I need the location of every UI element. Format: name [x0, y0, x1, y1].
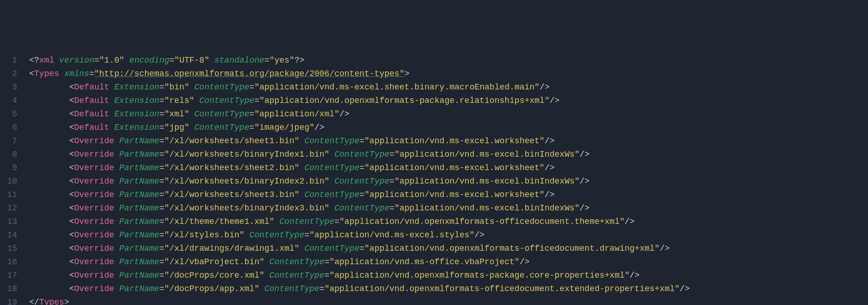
tag-name-override: Override — [74, 163, 114, 172]
line-number: 10 — [0, 175, 17, 188]
code-editor: 12345678910111213141516171819 <?xml vers… — [0, 54, 868, 305]
self-close: /> — [340, 109, 350, 119]
attr-name: PartName — [119, 150, 159, 159]
attr-name: PartName — [119, 136, 159, 146]
attr-name: xmlns — [64, 69, 89, 78]
tag-name-override: Override — [74, 244, 114, 253]
attr-value: "/docProps/app.xml" — [164, 284, 259, 293]
tag-name-override: Override — [74, 257, 114, 267]
attr-name: PartName — [119, 230, 159, 240]
attr-name: ContentType — [304, 136, 359, 146]
xml-pi-open: <? — [29, 56, 39, 65]
attr-name: ContentType — [334, 177, 390, 186]
code-line: <Override PartName="/docProps/core.xml" … — [29, 269, 868, 282]
attr-value: "application/vnd.openxmlformats-officedo… — [340, 217, 625, 226]
attr-name: Extension — [114, 83, 159, 92]
self-close: /> — [474, 230, 484, 240]
attr-name: ContentType — [304, 190, 359, 199]
tag-name-override: Override — [74, 203, 114, 213]
code-line: <Override PartName="/xl/worksheets/binar… — [29, 148, 868, 161]
attr-value: "application/vnd.openxmlformats-package.… — [259, 96, 550, 105]
line-number: 8 — [0, 148, 17, 161]
attr-name: PartName — [119, 177, 159, 186]
attr-name: ContentType — [249, 230, 304, 240]
line-number: 2 — [0, 67, 17, 81]
attr-value: "xml" — [164, 109, 189, 119]
code-line: </Types> — [29, 296, 868, 305]
line-number-gutter: 12345678910111213141516171819 — [0, 54, 25, 305]
attr-name: PartName — [119, 217, 159, 226]
line-number: 18 — [0, 282, 17, 296]
tag-name-default: Default — [74, 96, 109, 105]
line-number: 7 — [0, 134, 17, 148]
attr-name: Extension — [114, 109, 159, 119]
tag-open-bracket: < — [29, 69, 34, 78]
code-line: <Override PartName="/xl/worksheets/sheet… — [29, 161, 868, 175]
attr-value: "application/vnd.openxmlformats-officedo… — [365, 244, 660, 253]
self-close: /> — [579, 177, 590, 186]
self-close: /> — [579, 203, 590, 213]
attr-value: "/xl/drawings/drawing1.xml" — [164, 244, 300, 253]
code-line: <Default Extension="rels" ContentType="a… — [29, 94, 868, 108]
code-line: <?xml version="1.0" encoding="UTF-8" sta… — [29, 54, 868, 67]
attr-value: "/xl/worksheets/sheet1.bin" — [164, 136, 300, 146]
attr-value: "/xl/vbaProject.bin" — [164, 257, 264, 267]
attr-value: "/xl/worksheets/sheet3.bin" — [164, 190, 300, 199]
tag-name-default: Default — [74, 123, 109, 132]
close-tag-bracket: > — [64, 298, 69, 305]
self-close: /> — [660, 244, 670, 253]
self-close: /> — [520, 257, 530, 267]
attr-value: "UTF-8" — [174, 56, 209, 65]
attr-value: "application/vnd.ms-excel.worksheet" — [365, 190, 545, 199]
attr-name: PartName — [119, 284, 159, 293]
self-close: /> — [629, 271, 640, 280]
tag-name-override: Override — [74, 150, 114, 159]
code-line: <Override PartName="/docProps/app.xml" C… — [29, 282, 868, 296]
attr-name: ContentType — [334, 150, 390, 159]
attr-name: ContentType — [195, 83, 250, 92]
attr-value: "/xl/worksheets/binaryIndex1.bin" — [164, 150, 329, 159]
line-number: 16 — [0, 255, 17, 269]
attr-value: "image/jpeg" — [254, 123, 314, 132]
attr-name: ContentType — [264, 284, 320, 293]
line-number: 9 — [0, 161, 17, 175]
tag-close-bracket: > — [404, 69, 409, 78]
attr-name: ContentType — [195, 123, 250, 132]
self-close: /> — [625, 217, 635, 226]
attr-name: PartName — [119, 190, 159, 199]
attr-name: ContentType — [270, 271, 325, 280]
attr-value: "/xl/worksheets/sheet2.bin" — [164, 163, 300, 172]
tag-name-override: Override — [74, 177, 114, 186]
tag-name-override: Override — [74, 136, 114, 146]
attr-value: "/xl/worksheets/binaryIndex3.bin" — [164, 203, 329, 213]
attr-value: "application/vnd.ms-excel.worksheet" — [365, 136, 545, 146]
self-close: /> — [549, 96, 560, 105]
attr-name: PartName — [119, 163, 159, 172]
attr-name: ContentType — [304, 244, 359, 253]
tag-name-override: Override — [74, 271, 114, 280]
attr-value: "application/xml" — [254, 109, 340, 119]
attr-value: "/xl/styles.bin" — [164, 230, 245, 240]
attr-value: "application/vnd.ms-excel.worksheet" — [365, 163, 545, 172]
code-line: <Default Extension="xml" ContentType="ap… — [29, 108, 868, 121]
self-close: /> — [679, 284, 690, 293]
attr-value: "rels" — [164, 96, 195, 105]
code-content[interactable]: <?xml version="1.0" encoding="UTF-8" sta… — [25, 54, 868, 305]
line-number: 3 — [0, 81, 17, 94]
attr-value: "application/vnd.ms-excel.styles" — [309, 230, 474, 240]
attr-value: "/docProps/core.xml" — [164, 271, 264, 280]
attr-value: "application/vnd.ms-excel.binIndexWs" — [395, 150, 580, 159]
attr-value: "/xl/worksheets/binaryIndex2.bin" — [164, 177, 329, 186]
attr-name: PartName — [119, 203, 159, 213]
self-close: /> — [545, 136, 555, 146]
line-number: 1 — [0, 54, 17, 67]
line-number: 6 — [0, 121, 17, 134]
tag-name-default: Default — [74, 83, 109, 92]
attr-value: "application/vnd.openxmlformats-package.… — [329, 271, 629, 280]
code-line: <Default Extension="jpg" ContentType="im… — [29, 121, 868, 134]
attr-name: Extension — [114, 96, 159, 105]
attr-name: ContentType — [199, 96, 254, 105]
self-close: /> — [314, 123, 325, 132]
attr-value: "application/vnd.openxmlformats-officedo… — [324, 284, 679, 293]
code-line: <Override PartName="/xl/worksheets/binar… — [29, 202, 868, 215]
